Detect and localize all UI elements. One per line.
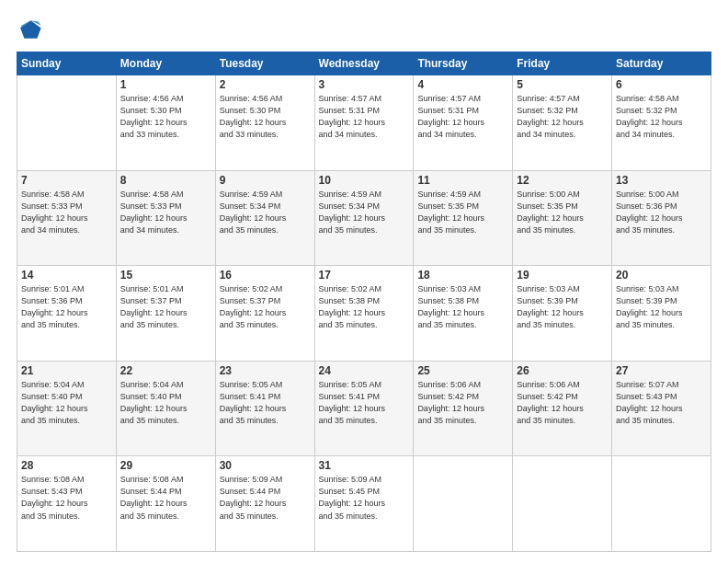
day-info: Sunrise: 5:01 AM Sunset: 5:37 PM Dayligh… [120,283,211,331]
weekday-header-monday: Monday [116,52,215,75]
week-row-5: 28Sunrise: 5:08 AM Sunset: 5:43 PM Dayli… [17,456,711,552]
day-info: Sunrise: 5:06 AM Sunset: 5:42 PM Dayligh… [517,379,608,427]
day-info: Sunrise: 4:57 AM Sunset: 5:31 PM Dayligh… [417,93,508,141]
day-info: Sunrise: 5:01 AM Sunset: 5:36 PM Dayligh… [21,283,112,331]
day-number: 9 [220,174,311,187]
day-number: 22 [120,364,211,377]
day-number: 4 [417,78,508,91]
day-number: 23 [220,364,311,377]
calendar-cell: 2Sunrise: 4:56 AM Sunset: 5:30 PM Daylig… [215,75,314,171]
day-info: Sunrise: 5:09 AM Sunset: 5:45 PM Dayligh… [319,474,410,522]
calendar-cell: 5Sunrise: 4:57 AM Sunset: 5:32 PM Daylig… [513,75,612,171]
weekday-header-sunday: Sunday [17,52,117,75]
day-info: Sunrise: 4:59 AM Sunset: 5:34 PM Dayligh… [220,189,311,236]
day-info: Sunrise: 5:05 AM Sunset: 5:41 PM Dayligh… [319,379,410,427]
weekday-header-row: SundayMondayTuesdayWednesdayThursdayFrid… [17,52,711,75]
calendar-cell: 15Sunrise: 5:01 AM Sunset: 5:37 PM Dayli… [116,266,215,362]
day-number: 2 [220,78,311,91]
day-info: Sunrise: 4:56 AM Sunset: 5:30 PM Dayligh… [120,93,211,141]
day-info: Sunrise: 4:59 AM Sunset: 5:35 PM Dayligh… [417,189,508,236]
calendar-cell: 25Sunrise: 5:06 AM Sunset: 5:42 PM Dayli… [414,361,513,456]
day-number: 30 [220,459,311,472]
day-number: 16 [220,269,311,282]
day-info: Sunrise: 4:56 AM Sunset: 5:30 PM Dayligh… [220,93,311,141]
weekday-header-saturday: Saturday [612,52,711,75]
day-number: 7 [21,174,112,187]
week-row-3: 14Sunrise: 5:01 AM Sunset: 5:36 PM Dayli… [17,266,711,362]
calendar-cell: 30Sunrise: 5:09 AM Sunset: 5:44 PM Dayli… [215,456,314,552]
weekday-header-thursday: Thursday [414,52,513,75]
calendar-cell: 26Sunrise: 5:06 AM Sunset: 5:42 PM Dayli… [513,361,612,456]
calendar-cell: 7Sunrise: 4:58 AM Sunset: 5:33 PM Daylig… [17,170,117,266]
day-info: Sunrise: 5:06 AM Sunset: 5:42 PM Dayligh… [417,379,508,427]
day-info: Sunrise: 5:07 AM Sunset: 5:43 PM Dayligh… [616,379,707,427]
weekday-header-friday: Friday [513,52,612,75]
weekday-header-tuesday: Tuesday [215,52,314,75]
calendar-cell: 8Sunrise: 4:58 AM Sunset: 5:33 PM Daylig… [116,170,215,266]
header [17,17,711,42]
day-info: Sunrise: 4:57 AM Sunset: 5:32 PM Dayligh… [517,93,608,141]
day-number: 13 [616,174,707,187]
day-number: 26 [517,364,608,377]
calendar-cell: 16Sunrise: 5:02 AM Sunset: 5:37 PM Dayli… [215,266,314,362]
day-number: 1 [120,78,211,91]
calendar-cell: 18Sunrise: 5:03 AM Sunset: 5:38 PM Dayli… [414,266,513,362]
calendar-cell: 17Sunrise: 5:02 AM Sunset: 5:38 PM Dayli… [314,266,414,362]
day-info: Sunrise: 4:58 AM Sunset: 5:33 PM Dayligh… [21,189,112,236]
day-number: 29 [120,459,211,472]
week-row-1: 1Sunrise: 4:56 AM Sunset: 5:30 PM Daylig… [17,75,711,171]
calendar-cell: 28Sunrise: 5:08 AM Sunset: 5:43 PM Dayli… [17,456,117,552]
calendar-cell [612,456,711,552]
day-number: 12 [517,174,608,187]
calendar-cell: 20Sunrise: 5:03 AM Sunset: 5:39 PM Dayli… [612,266,711,362]
day-number: 21 [21,364,112,377]
day-number: 17 [319,269,410,282]
calendar-cell: 9Sunrise: 4:59 AM Sunset: 5:34 PM Daylig… [215,170,314,266]
day-info: Sunrise: 4:57 AM Sunset: 5:31 PM Dayligh… [319,93,410,141]
day-number: 5 [517,78,608,91]
calendar-cell: 29Sunrise: 5:08 AM Sunset: 5:44 PM Dayli… [116,456,215,552]
day-info: Sunrise: 5:04 AM Sunset: 5:40 PM Dayligh… [21,379,112,427]
day-number: 6 [616,78,707,91]
day-number: 11 [417,174,508,187]
week-row-2: 7Sunrise: 4:58 AM Sunset: 5:33 PM Daylig… [17,170,711,266]
calendar-cell: 3Sunrise: 4:57 AM Sunset: 5:31 PM Daylig… [314,75,414,171]
day-number: 20 [616,269,707,282]
calendar-cell: 12Sunrise: 5:00 AM Sunset: 5:35 PM Dayli… [513,170,612,266]
logo-icon [17,17,42,42]
calendar-cell: 21Sunrise: 5:04 AM Sunset: 5:40 PM Dayli… [17,361,117,456]
weekday-header-wednesday: Wednesday [314,52,414,75]
day-number: 24 [319,364,410,377]
day-info: Sunrise: 5:09 AM Sunset: 5:44 PM Dayligh… [220,474,311,522]
calendar-cell: 13Sunrise: 5:00 AM Sunset: 5:36 PM Dayli… [612,170,711,266]
calendar-cell: 6Sunrise: 4:58 AM Sunset: 5:32 PM Daylig… [612,75,711,171]
day-info: Sunrise: 5:04 AM Sunset: 5:40 PM Dayligh… [120,379,211,427]
day-info: Sunrise: 5:03 AM Sunset: 5:38 PM Dayligh… [417,283,508,331]
calendar-cell: 31Sunrise: 5:09 AM Sunset: 5:45 PM Dayli… [314,456,414,552]
day-number: 25 [417,364,508,377]
calendar-cell [17,75,117,171]
day-number: 14 [21,269,112,282]
calendar-cell [513,456,612,552]
calendar-cell: 27Sunrise: 5:07 AM Sunset: 5:43 PM Dayli… [612,361,711,456]
calendar-cell: 10Sunrise: 4:59 AM Sunset: 5:34 PM Dayli… [314,170,414,266]
calendar-cell: 4Sunrise: 4:57 AM Sunset: 5:31 PM Daylig… [414,75,513,171]
calendar-table: SundayMondayTuesdayWednesdayThursdayFrid… [17,52,711,552]
day-number: 28 [21,459,112,472]
calendar-cell: 1Sunrise: 4:56 AM Sunset: 5:30 PM Daylig… [116,75,215,171]
calendar-cell [414,456,513,552]
day-info: Sunrise: 5:03 AM Sunset: 5:39 PM Dayligh… [616,283,707,331]
day-number: 8 [120,174,211,187]
day-number: 10 [319,174,410,187]
day-info: Sunrise: 5:02 AM Sunset: 5:37 PM Dayligh… [220,283,311,331]
day-number: 19 [517,269,608,282]
page: SundayMondayTuesdayWednesdayThursdayFrid… [0,0,728,563]
day-info: Sunrise: 5:03 AM Sunset: 5:39 PM Dayligh… [517,283,608,331]
week-row-4: 21Sunrise: 5:04 AM Sunset: 5:40 PM Dayli… [17,361,711,456]
day-number: 3 [319,78,410,91]
calendar-cell: 22Sunrise: 5:04 AM Sunset: 5:40 PM Dayli… [116,361,215,456]
day-info: Sunrise: 4:58 AM Sunset: 5:32 PM Dayligh… [616,93,707,141]
day-info: Sunrise: 5:00 AM Sunset: 5:35 PM Dayligh… [517,189,608,236]
logo [17,17,46,42]
calendar-cell: 19Sunrise: 5:03 AM Sunset: 5:39 PM Dayli… [513,266,612,362]
